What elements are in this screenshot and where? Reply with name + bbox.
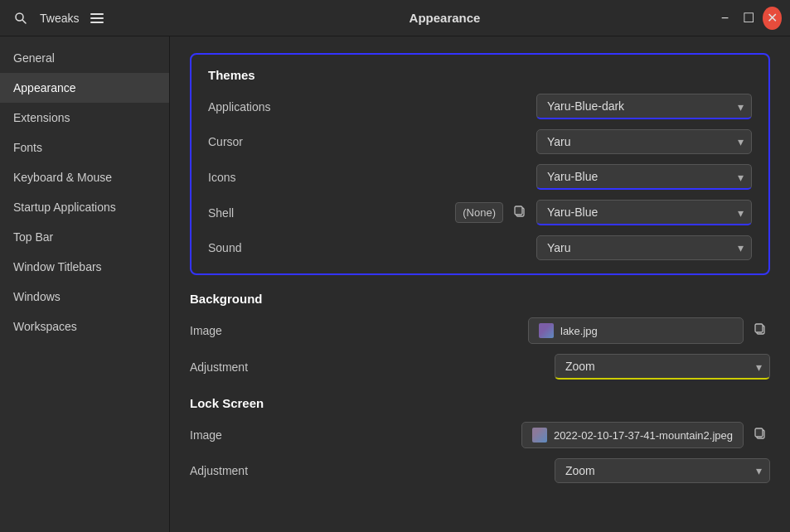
sidebar-item-keyboard-mouse[interactable]: Keyboard & Mouse — [0, 162, 169, 192]
titlebar-right: − ☐ ✕ — [715, 7, 782, 30]
bg-image-value: lake.jpg — [356, 317, 770, 344]
shell-dropdown[interactable]: Yaru-Blue — [536, 200, 752, 225]
cursor-row: Cursor Yaru — [208, 129, 752, 154]
svg-line-1 — [23, 20, 27, 23]
titlebar-left: Tweaks — [8, 6, 174, 31]
ls-image-pill[interactable]: 2022-02-10-17-37-41-mountain2.jpeg — [521, 422, 744, 448]
shell-control: (None) Yaru-Blue — [374, 200, 752, 225]
svg-rect-10 — [755, 428, 763, 437]
bg-image-copy-button[interactable] — [750, 321, 770, 341]
shell-row: Shell (None) Yaru-Blue — [208, 200, 752, 225]
bg-image-pill[interactable]: lake.jpg — [528, 317, 744, 344]
ls-image-row: Image 2022-02-10-17-37-41-mountain2.jpeg — [190, 422, 770, 448]
applications-control: Yaru-Blue-dark — [374, 94, 752, 119]
svg-rect-3 — [90, 17, 104, 19]
sound-control: Yaru — [374, 235, 752, 260]
applications-dropdown-wrapper: Yaru-Blue-dark — [536, 94, 752, 119]
ls-image-thumb — [532, 428, 547, 443]
sidebar: General Appearance Extensions Fonts Keyb… — [0, 36, 170, 532]
content-area: Themes Applications Yaru-Blue-dark Curso… — [170, 36, 790, 532]
svg-rect-6 — [515, 206, 522, 215]
svg-rect-2 — [90, 13, 104, 15]
shell-dropdown-wrapper: Yaru-Blue — [536, 200, 752, 225]
bg-image-name: lake.jpg — [560, 325, 598, 337]
bg-adjustment-control: Zoom Centered Scaled Stretched Wallpaper… — [356, 354, 770, 380]
sidebar-item-extensions[interactable]: Extensions — [0, 103, 169, 133]
icons-dropdown[interactable]: Yaru-Blue — [536, 164, 752, 190]
bg-image-row: Image lake.jpg — [190, 317, 770, 344]
sound-label: Sound — [208, 241, 374, 254]
bg-adjustment-row: Adjustment Zoom Centered Scaled Stretche… — [190, 354, 770, 380]
ls-image-value: 2022-02-10-17-37-41-mountain2.jpeg — [356, 422, 770, 448]
shell-copy-button[interactable] — [510, 203, 530, 223]
ls-adjustment-control: Zoom Centered Scaled Stretched Wallpaper… — [356, 458, 770, 483]
sidebar-item-fonts[interactable]: Fonts — [0, 133, 169, 162]
bg-image-thumb — [539, 323, 554, 338]
icons-control: Yaru-Blue — [374, 164, 752, 190]
shell-label: Shell — [208, 206, 374, 220]
sidebar-item-general[interactable]: General — [0, 43, 169, 73]
bg-adjustment-dropdown-wrapper: Zoom Centered Scaled Stretched Wallpaper… — [555, 354, 770, 380]
applications-dropdown[interactable]: Yaru-Blue-dark — [536, 94, 752, 119]
close-button[interactable]: ✕ — [763, 7, 782, 30]
sidebar-item-top-bar[interactable]: Top Bar — [0, 222, 169, 252]
sound-dropdown-wrapper: Yaru — [536, 235, 752, 260]
sound-dropdown[interactable]: Yaru — [536, 235, 752, 260]
search-button[interactable] — [8, 6, 33, 31]
sidebar-item-workspaces[interactable]: Workspaces — [0, 312, 169, 341]
ls-image-name: 2022-02-10-17-37-41-mountain2.jpeg — [554, 429, 733, 442]
lockscreen-title: Lock Screen — [190, 396, 770, 410]
bg-adjustment-label: Adjustment — [190, 360, 356, 374]
applications-label: Applications — [208, 100, 374, 114]
background-title: Background — [190, 292, 770, 306]
themes-title: Themes — [208, 68, 752, 82]
sidebar-item-windows[interactable]: Windows — [0, 282, 169, 312]
ls-image-label: Image — [190, 428, 356, 442]
svg-rect-4 — [90, 22, 104, 23]
ls-adjustment-dropdown-wrapper: Zoom Centered Scaled Stretched Wallpaper… — [555, 458, 770, 483]
main-layout: General Appearance Extensions Fonts Keyb… — [0, 36, 790, 532]
icons-row: Icons Yaru-Blue — [208, 164, 752, 190]
svg-rect-8 — [755, 324, 763, 332]
bg-image-label: Image — [190, 324, 356, 337]
lockscreen-section: Lock Screen Image 2022-02-10-17-37-41-mo… — [190, 396, 770, 483]
ls-adjustment-row: Adjustment Zoom Centered Scaled Stretche… — [190, 458, 770, 483]
window-title: Appearance — [174, 11, 715, 25]
titlebar: Tweaks Appearance − ☐ ✕ — [0, 0, 790, 36]
sidebar-item-window-titlebars[interactable]: Window Titlebars — [0, 252, 169, 282]
cursor-dropdown[interactable]: Yaru — [536, 129, 752, 154]
ls-image-copy-button[interactable] — [750, 425, 770, 445]
menu-button[interactable] — [85, 7, 109, 30]
sound-row: Sound Yaru — [208, 235, 752, 260]
svg-point-0 — [16, 13, 23, 21]
shell-none-badge: (None) — [455, 202, 503, 223]
app-title: Tweaks — [40, 12, 79, 25]
sidebar-item-appearance[interactable]: Appearance — [0, 73, 169, 103]
icons-dropdown-wrapper: Yaru-Blue — [536, 164, 752, 190]
ls-adjustment-dropdown[interactable]: Zoom Centered Scaled Stretched Wallpaper… — [555, 458, 770, 483]
sidebar-item-startup-applications[interactable]: Startup Applications — [0, 192, 169, 222]
ls-adjustment-label: Adjustment — [190, 464, 356, 477]
themes-section: Themes Applications Yaru-Blue-dark Curso… — [190, 53, 770, 275]
cursor-label: Cursor — [208, 135, 374, 148]
icons-label: Icons — [208, 171, 374, 184]
applications-row: Applications Yaru-Blue-dark — [208, 94, 752, 119]
cursor-dropdown-wrapper: Yaru — [536, 129, 752, 154]
background-section: Background Image lake.jpg — [190, 292, 770, 380]
cursor-control: Yaru — [374, 129, 752, 154]
minimize-button[interactable]: − — [715, 7, 734, 30]
bg-adjustment-dropdown[interactable]: Zoom Centered Scaled Stretched Wallpaper… — [555, 354, 770, 380]
maximize-button[interactable]: ☐ — [739, 7, 758, 30]
